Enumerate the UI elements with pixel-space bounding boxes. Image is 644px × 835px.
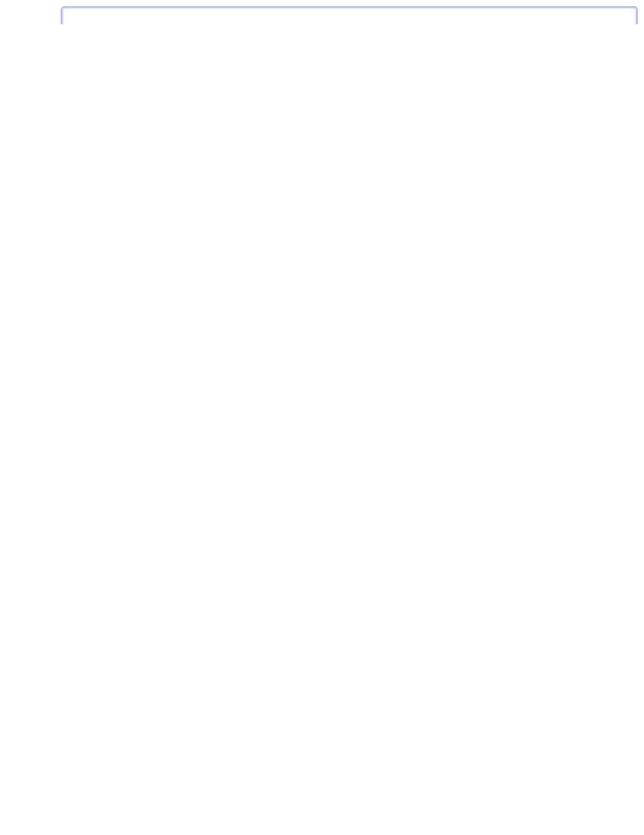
top-empty-box: [61, 6, 638, 24]
